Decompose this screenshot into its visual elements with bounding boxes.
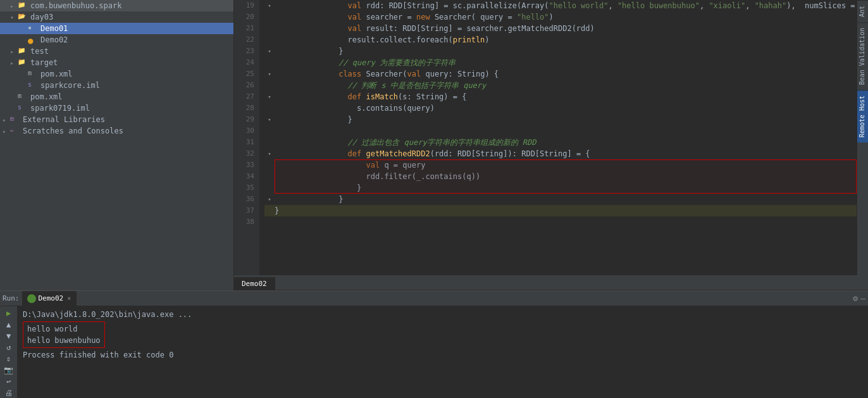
code-line-37: } <box>264 205 857 216</box>
lib-icon: ⊞ <box>10 115 20 124</box>
line-numbers: 19 20 21 22 23 24 25 26 27 28 29 30 31 3… <box>234 0 259 275</box>
line-num-20: 20 <box>234 11 254 23</box>
run-tab-demo02[interactable]: Demo02 × <box>22 291 77 306</box>
sidebar-item-demo02[interactable]: ● Demo02 <box>0 34 233 46</box>
sidebar-item-label: sparkcore.iml <box>40 81 100 90</box>
minimize-button[interactable]: — <box>860 294 865 303</box>
sidebar-item-pom1[interactable]: m pom.xml <box>0 68 233 80</box>
xml-icon2: m <box>18 92 28 101</box>
sidebar-item-scratches[interactable]: ✏ Scratches and Consoles <box>0 125 233 137</box>
line-num-38: 38 <box>234 216 254 228</box>
reload-button[interactable]: ↺ <box>3 343 15 352</box>
tree-arrow <box>10 3 18 9</box>
code-line-29: ▾ } <box>264 114 857 125</box>
fold-gutter-27[interactable]: ▾ <box>264 91 275 103</box>
sidebar-item-label: pom.xml <box>30 92 63 101</box>
line-num-34: 34 <box>234 171 254 182</box>
sidebar-item-sparkcore-iml[interactable]: s sparkcore.iml <box>0 80 233 91</box>
ant-tab[interactable]: Ant <box>857 0 868 22</box>
output-line-2: hello buwenbuhuo <box>27 335 101 346</box>
run-label: Run: <box>3 294 20 302</box>
run-tab-close[interactable]: × <box>67 295 71 302</box>
tree-arrow <box>10 14 18 21</box>
gear-button[interactable]: ⚙ <box>853 294 858 303</box>
scratches-icon: ✏ <box>10 127 20 135</box>
run-play-button[interactable]: ▶ <box>3 309 15 318</box>
remote-host-tab[interactable]: Remote Host <box>857 90 868 142</box>
line-num-19: 19 <box>234 0 254 11</box>
sidebar-item-package[interactable]: 📁 com.buwenbuhuo.spark <box>0 0 233 11</box>
scroll-lock-button[interactable]: ⇕ <box>3 354 15 363</box>
line-num-35: 35 <box>234 182 254 194</box>
code-editor[interactable]: 19 20 21 22 23 24 25 26 27 28 29 30 31 3… <box>234 0 868 275</box>
bean-validation-tab[interactable]: Bean Validation <box>857 22 868 90</box>
code-text-35: } <box>275 171 857 205</box>
fold-gutter-36[interactable]: ▾ <box>264 194 275 205</box>
run-output: D:\Java\jdk1.8.0_202\bin\java.exe ... he… <box>18 306 868 398</box>
bean-validation-label: Bean Validation <box>859 28 865 85</box>
package-icon: 📁 <box>18 1 28 10</box>
wrap-button[interactable]: ↩ <box>3 377 15 386</box>
bottom-content: ▶ ▲ ▼ ↺ ⇕ 📷 ↩ 🖨 🗑 D:\Java\jdk1.8.0_202\b… <box>0 306 868 398</box>
editor-tab-demo02[interactable]: Demo02 <box>234 277 275 290</box>
bottom-tab-bar: Run: Demo02 × ⚙ — <box>0 291 868 306</box>
cmd-text: D:\Java\jdk1.8.0_202\bin\java.exe ... <box>23 310 192 319</box>
sidebar-item-label: test <box>30 47 49 56</box>
sidebar-item-label: Demo01 <box>40 24 68 33</box>
editor-area: 19 20 21 22 23 24 25 26 27 28 29 30 31 3… <box>234 0 868 290</box>
tree-arrow <box>3 116 10 123</box>
editor-tab-bar: Demo02 <box>234 275 868 290</box>
line-num-33: 33 <box>234 159 254 171</box>
line-num-31: 31 <box>234 137 254 148</box>
fold-gutter-29[interactable]: ▾ <box>264 114 275 125</box>
line-num-24: 24 <box>234 57 254 68</box>
sidebar-item-label: com.buwenbuhuo.spark <box>30 1 122 10</box>
folder-icon: 📂 <box>18 13 28 22</box>
code-content[interactable]: ▾ val rdd: RDD[String] = sc.parallelize(… <box>259 0 857 275</box>
line-num-22: 22 <box>234 34 254 46</box>
sidebar-item-day03[interactable]: 📂 day03 <box>0 11 233 23</box>
sidebar-item-external-libraries[interactable]: ⊞ External Libraries <box>0 114 233 125</box>
code-text-38 <box>275 216 857 228</box>
fold-gutter-19[interactable]: ▾ <box>264 0 275 11</box>
fold-gutter-32[interactable]: ▾ <box>264 148 275 159</box>
output-box: hello world hello buwenbuhuo <box>23 321 105 348</box>
line-num-30: 30 <box>234 125 254 137</box>
ant-tab-label: Ant <box>859 6 865 17</box>
exit-message: Process finished with exit code 0 <box>23 349 863 361</box>
scroll-down-button[interactable]: ▼ <box>3 332 15 340</box>
sidebar-item-demo01[interactable]: ▪ Demo01 <box>0 23 233 34</box>
fold-gutter-25[interactable]: ▾ <box>264 68 275 80</box>
right-panel-tabs: Ant Bean Validation Remote Host <box>857 0 868 275</box>
sidebar-item-label: target <box>30 58 58 67</box>
code-line-38 <box>264 216 857 228</box>
snapshot-button[interactable]: 📷 <box>3 366 15 375</box>
line-num-37: 37 <box>234 205 254 216</box>
remote-host-label: Remote Host <box>859 96 865 137</box>
fold-gutter-23[interactable]: ▾ <box>264 46 275 57</box>
run-tab-label: Demo02 <box>39 294 64 302</box>
xml-icon: m <box>28 70 38 78</box>
iml-icon: s <box>28 81 38 90</box>
line-num-32: 32 <box>234 148 254 159</box>
line-num-23: 23 <box>234 46 254 57</box>
code-text-37: } <box>275 205 857 216</box>
sidebar-item-target[interactable]: 📁 target <box>0 57 233 68</box>
scroll-up-button[interactable]: ▲ <box>3 320 15 329</box>
sidebar-item-test[interactable]: 📁 test <box>0 46 233 57</box>
line-num-21: 21 <box>234 23 254 34</box>
bottom-panel: Run: Demo02 × ⚙ — ▶ ▲ ▼ ↺ ⇕ 📷 ↩ 🖨 🗑 D:\J… <box>0 290 868 398</box>
line-num-25: 25 <box>234 68 254 80</box>
boxed-region-container: val q = query rdd.filter(_.contains(q)) <box>264 159 857 194</box>
tree-arrow <box>10 48 18 55</box>
sidebar-item-label: Demo02 <box>40 35 68 44</box>
print-button[interactable]: 🖨 <box>3 389 15 397</box>
sidebar-item-spark-iml[interactable]: s spark0719.iml <box>0 103 233 114</box>
sidebar-item-pom2[interactable]: m pom.xml <box>0 91 233 103</box>
line-num-36: 36 <box>234 194 254 205</box>
line-num-29: 29 <box>234 114 254 125</box>
command-line: D:\Java\jdk1.8.0_202\bin\java.exe ... <box>23 309 863 320</box>
folder-icon: 📁 <box>18 47 28 56</box>
code-line-35: } <box>264 182 857 194</box>
sidebar-item-label: External Libraries <box>23 115 105 124</box>
